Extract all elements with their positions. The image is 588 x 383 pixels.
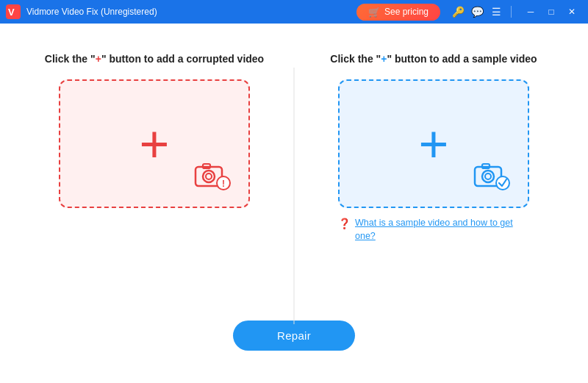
title-bar-right: 🛒 See pricing 🔑 💬 ☰ ─ □ ✕ bbox=[356, 1, 582, 22]
svg-point-10 bbox=[485, 173, 491, 179]
pricing-button[interactable]: 🛒 See pricing bbox=[356, 4, 440, 21]
corrupted-camera-icon: ! bbox=[194, 160, 232, 193]
help-circle-icon: ❓ bbox=[338, 218, 351, 229]
right-panel-title: Click the "+" button to add a sample vid… bbox=[330, 53, 537, 65]
main-content: Click the "+" button to add a corrupted … bbox=[0, 24, 588, 383]
sample-camera-icon bbox=[473, 160, 512, 193]
left-panel-title: Click the "+" button to add a corrupted … bbox=[45, 53, 264, 65]
corrupted-video-dropzone[interactable]: + ! bbox=[59, 79, 250, 208]
window-controls: ─ □ ✕ bbox=[520, 1, 582, 22]
title-divider bbox=[511, 6, 512, 18]
close-button[interactable]: ✕ bbox=[562, 1, 582, 22]
menu-icon-button[interactable]: ☰ bbox=[487, 3, 505, 21]
app-title: Vidmore Video Fix (Unregistered) bbox=[26, 7, 157, 17]
svg-point-9 bbox=[482, 171, 494, 182]
center-divider bbox=[294, 68, 295, 324]
title-bar-left: V Vidmore Video Fix (Unregistered) bbox=[6, 4, 157, 19]
chat-icon-button[interactable]: 💬 bbox=[468, 3, 486, 21]
pricing-label: See pricing bbox=[384, 7, 429, 17]
key-icon-button[interactable]: 🔑 bbox=[449, 3, 467, 21]
right-panel: Click the "+" button to add a sample vid… bbox=[294, 38, 573, 257]
minimize-button[interactable]: ─ bbox=[520, 1, 541, 22]
right-plus-icon: + bbox=[419, 118, 449, 170]
title-bar: V Vidmore Video Fix (Unregistered) 🛒 See… bbox=[0, 0, 588, 24]
right-plus-sign: + bbox=[381, 53, 387, 65]
help-link-container: ❓ What is a sample video and how to get … bbox=[338, 217, 529, 243]
svg-text:!: ! bbox=[222, 179, 225, 189]
repair-button[interactable]: Repair bbox=[233, 321, 355, 351]
left-plus-sign: + bbox=[96, 53, 101, 65]
svg-text:V: V bbox=[8, 7, 15, 18]
svg-point-12 bbox=[496, 176, 509, 190]
cart-icon: 🛒 bbox=[368, 7, 380, 18]
left-plus-icon: + bbox=[140, 118, 170, 170]
left-panel: Click the "+" button to add a corrupted … bbox=[15, 38, 294, 223]
app-logo: V bbox=[6, 4, 21, 19]
help-link[interactable]: What is a sample video and how to get on… bbox=[355, 217, 529, 243]
title-bar-icons: 🔑 💬 ☰ bbox=[449, 3, 505, 21]
svg-point-4 bbox=[206, 173, 212, 179]
sample-video-dropzone[interactable]: + bbox=[338, 79, 529, 208]
svg-point-3 bbox=[203, 171, 215, 182]
maximize-button[interactable]: □ bbox=[541, 1, 562, 22]
